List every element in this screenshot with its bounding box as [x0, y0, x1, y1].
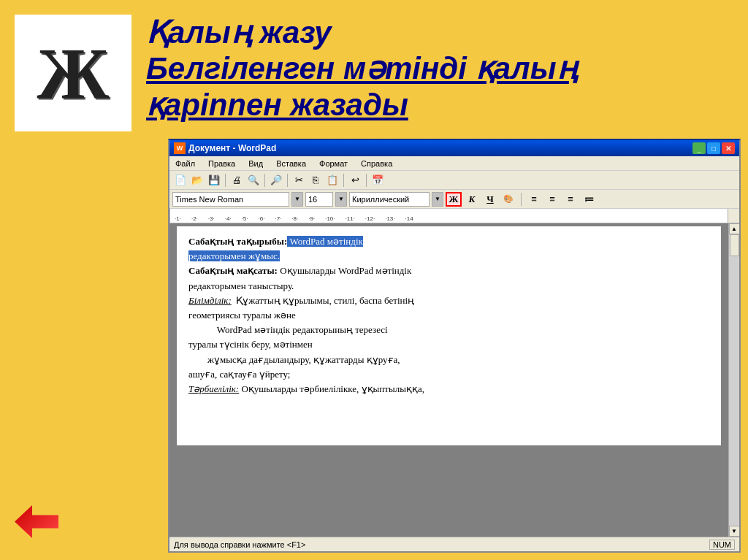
- content-area: Сабақтың тақырыбы: WordPad мәтіндік реда…: [169, 223, 739, 537]
- ruler-inner: ·1· ·2· ·3· ·4· ·5· ·6· ·7· ·8· ·9· ·10·…: [169, 209, 728, 223]
- toolbar-sep3: [287, 174, 288, 187]
- statusbar: Для вывода справки нажмите <F1> NUM: [169, 537, 739, 551]
- align-left-button[interactable]: ≡: [526, 192, 542, 207]
- knowledge-label: Білімділік:: [188, 295, 232, 306]
- print-preview-icon[interactable]: 🔍: [245, 173, 262, 188]
- doc-line-9: жұмысқа дағдыландыру, құжаттарды құруға,: [188, 353, 709, 367]
- toolbar: 📄 📂 💾 🖨 🔍 🔎 ✂ ⎘ 📋 ↩ 📅: [169, 171, 739, 190]
- scrollbar-vertical: ▲ ▼: [728, 223, 739, 537]
- close-button[interactable]: ✕: [722, 142, 735, 154]
- doc-page: Сабақтың тақырыбы: WordPad мәтіндік реда…: [177, 226, 721, 445]
- scroll-thumb[interactable]: [730, 234, 739, 256]
- title-area: Қалың жазу Белгіленген мәтінді қалың қар…: [146, 15, 733, 124]
- copy-icon[interactable]: ⎘: [308, 173, 324, 188]
- doc-line-11: Тәрбиелілік: Оқушыларды тәрбиелілікке, ұ…: [188, 383, 709, 396]
- menu-format[interactable]: Формат: [316, 158, 351, 169]
- script-select-arrow[interactable]: ▼: [432, 192, 443, 207]
- purpose-label: Сабақтың мақсаты:: [188, 265, 278, 276]
- doc-scroll[interactable]: Сабақтың тақырыбы: WordPad мәтіндік реда…: [169, 223, 728, 537]
- font-select-arrow[interactable]: ▼: [291, 192, 303, 207]
- doc-line-5: Білімділік: Құжаттың құрылымы, стилі, ба…: [188, 294, 709, 307]
- undo-icon[interactable]: ↩: [347, 173, 363, 188]
- menu-insert[interactable]: Вставка: [273, 158, 309, 169]
- cut-icon[interactable]: ✂: [291, 173, 307, 188]
- font-select[interactable]: Times New Roman: [172, 192, 289, 207]
- titlebar: W Документ - WordPad _ □ ✕: [169, 140, 739, 156]
- doc-line-2: редакторымен жұмыс.: [188, 250, 709, 263]
- menubar: Файл Правка Вид Вставка Формат Справка: [169, 156, 739, 171]
- date-icon[interactable]: 📅: [370, 173, 386, 188]
- toolbar-sep1: [225, 174, 226, 187]
- doc-line-7: WordPad мәтіндік редакторының терезесі: [188, 323, 709, 337]
- color-button[interactable]: 🎨: [500, 192, 516, 207]
- doc-line-4: редакторымен таныстыру.: [188, 280, 709, 293]
- size-select[interactable]: 16: [305, 192, 333, 207]
- statusbar-num: NUM: [709, 540, 735, 550]
- heading-label: Сабақтың тақырыбы:: [188, 236, 287, 247]
- heading-selected-1: WordPad мәтіндік: [287, 236, 363, 247]
- bold-button[interactable]: Ж: [446, 192, 462, 207]
- title-line2: Белгіленген мәтінді қалың қаріппен жазад…: [146, 50, 733, 124]
- print-icon[interactable]: 🖨: [229, 173, 245, 188]
- new-icon[interactable]: 📄: [172, 173, 188, 188]
- formatbar: Times New Roman ▼ 16 ▼ Кириллический ▼ Ж…: [169, 190, 739, 209]
- scroll-track[interactable]: [729, 234, 739, 526]
- italic-button[interactable]: К: [464, 192, 480, 207]
- maximize-button[interactable]: □: [707, 142, 720, 154]
- open-icon[interactable]: 📂: [189, 173, 205, 188]
- toolbar-sep2: [264, 174, 265, 187]
- titlebar-buttons: _ □ ✕: [692, 142, 735, 154]
- upbringing-label: Тәрбиелілік:: [188, 383, 239, 394]
- wordpad-window: W Документ - WordPad _ □ ✕ Файл Правка В…: [168, 139, 741, 553]
- heading-selected-2: редакторымен жұмыс.: [188, 250, 280, 261]
- doc-line-1: Сабақтың тақырыбы: WordPad мәтіндік: [188, 235, 709, 248]
- paste-icon[interactable]: 📋: [324, 173, 340, 188]
- bold-icon-box: Ж: [15, 15, 131, 131]
- align-center-button[interactable]: ≡: [544, 192, 560, 207]
- menu-help[interactable]: Справка: [358, 158, 395, 169]
- minimize-button[interactable]: _: [692, 142, 706, 154]
- title-line1: Қалың жазу: [146, 15, 733, 50]
- find-icon[interactable]: 🔎: [268, 173, 284, 188]
- menu-view[interactable]: Вид: [245, 158, 266, 169]
- underline-button[interactable]: Ч: [482, 192, 498, 207]
- toolbar-sep5: [366, 174, 367, 187]
- doc-line-8: туралы түсінік беру, мәтінмен: [188, 338, 709, 351]
- size-select-arrow[interactable]: ▼: [335, 192, 347, 207]
- scroll-down-button[interactable]: ▼: [729, 526, 740, 537]
- script-select[interactable]: Кириллический: [349, 192, 430, 207]
- save-icon[interactable]: 💾: [206, 173, 222, 188]
- doc-line-6: геометриясы туралы және: [188, 309, 709, 322]
- format-sep1: [521, 193, 522, 206]
- toolbar-sep4: [343, 174, 344, 187]
- doc-line-10: ашуға, сақтауға үйрету;: [188, 368, 709, 381]
- align-right-button[interactable]: ≡: [562, 192, 579, 207]
- titlebar-text: Документ - WordPad: [188, 143, 692, 153]
- menu-file[interactable]: Файл: [172, 158, 198, 169]
- wordpad-icon: W: [174, 142, 186, 154]
- menu-edit[interactable]: Правка: [205, 158, 238, 169]
- doc-line-3: Сабақтың мақсаты: Оқушыларды WordPad мәт…: [188, 264, 709, 277]
- statusbar-text: Для вывода справки нажмите <F1>: [174, 540, 709, 549]
- bold-zh-display: Ж: [37, 31, 110, 115]
- ruler: ·1· ·2· ·3· ·4· ·5· ·6· ·7· ·8· ·9· ·10·…: [169, 209, 739, 223]
- bullets-button[interactable]: ≔: [581, 192, 597, 207]
- scroll-up-button[interactable]: ▲: [729, 223, 740, 234]
